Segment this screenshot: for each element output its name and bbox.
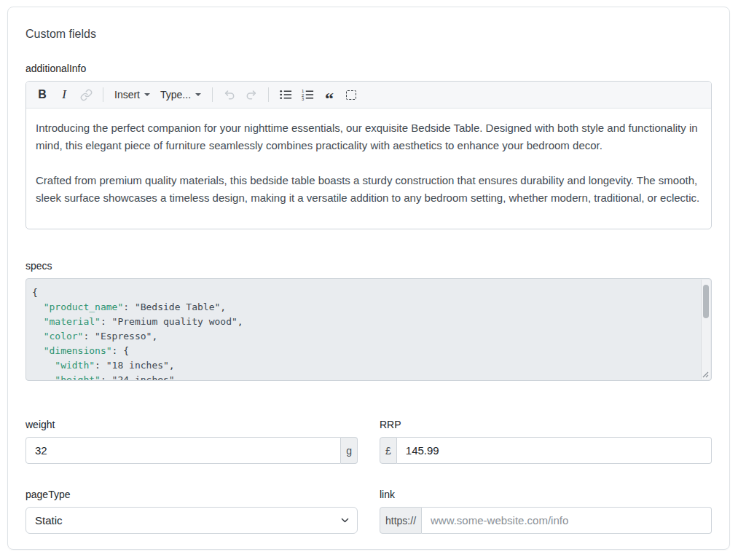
page-type-select[interactable]: Static xyxy=(25,507,358,534)
protocol-addon: https:// xyxy=(380,507,422,534)
undo-icon[interactable] xyxy=(219,84,240,105)
link-input[interactable] xyxy=(422,507,712,534)
bold-button[interactable]: B xyxy=(32,84,52,105)
currency-addon: £ xyxy=(380,437,397,464)
type-dropdown[interactable]: Type... xyxy=(156,84,205,105)
link-input-group: https:// xyxy=(380,507,712,534)
specs-code-editor[interactable]: { "product_name": "Bedside Table", "mate… xyxy=(25,278,712,381)
weight-input-group: g xyxy=(25,437,358,464)
weight-label: weight xyxy=(25,419,358,431)
pagetype-link-row: pageType Static link https:// xyxy=(25,489,712,534)
page-type-label: pageType xyxy=(25,489,358,501)
numbered-list-icon[interactable]: 123 xyxy=(297,84,318,105)
specs-field: specs { "product_name": "Bedside Table",… xyxy=(25,260,712,381)
page-type-field: pageType Static xyxy=(25,489,358,534)
specs-code: { "product_name": "Bedside Table", "mate… xyxy=(32,285,694,381)
weight-rrp-row: weight g RRP £ xyxy=(25,419,712,464)
show-blocks-icon[interactable] xyxy=(341,84,361,105)
link-label: link xyxy=(380,489,712,501)
svg-text:3: 3 xyxy=(302,97,304,101)
editor-toolbar: B I Insert Type... xyxy=(26,82,711,109)
redo-icon[interactable] xyxy=(241,84,262,105)
type-dropdown-label: Type... xyxy=(160,89,191,100)
blockquote-icon[interactable]: “ xyxy=(319,84,339,105)
vertical-scrollbar[interactable] xyxy=(701,280,710,379)
toolbar-divider xyxy=(103,87,103,102)
custom-fields-card: Custom fields additionalInfo B I Insert … xyxy=(7,7,730,550)
rich-text-editor: B I Insert Type... xyxy=(25,81,712,229)
link-field: link https:// xyxy=(380,489,712,534)
rrp-field: RRP £ xyxy=(380,419,712,464)
editor-paragraph: Crafted from premium quality materials, … xyxy=(36,172,702,207)
weight-unit-addon: g xyxy=(341,437,358,464)
card-title: Custom fields xyxy=(25,28,712,41)
specs-label: specs xyxy=(25,260,712,272)
bullet-list-icon[interactable] xyxy=(275,84,296,105)
link-icon[interactable] xyxy=(76,84,96,105)
rrp-input-group: £ xyxy=(380,437,712,464)
caret-down-icon xyxy=(144,93,150,96)
resize-handle-icon[interactable] xyxy=(701,370,709,378)
toolbar-divider xyxy=(268,87,269,102)
rrp-input[interactable] xyxy=(397,437,712,464)
rrp-label: RRP xyxy=(380,419,712,431)
italic-button[interactable]: I xyxy=(54,84,74,105)
weight-input[interactable] xyxy=(25,437,341,464)
insert-dropdown-label: Insert xyxy=(114,89,140,100)
scrollbar-thumb[interactable] xyxy=(703,285,709,318)
insert-dropdown[interactable]: Insert xyxy=(110,84,154,105)
additional-info-label: additionalInfo xyxy=(25,63,712,75)
dashed-square-shape xyxy=(346,90,356,100)
editor-paragraph: Introducing the perfect companion for yo… xyxy=(36,119,702,154)
editor-content[interactable]: Introducing the perfect companion for yo… xyxy=(26,109,711,229)
page-type-select-wrap: Static xyxy=(25,507,358,534)
toolbar-divider xyxy=(212,87,213,102)
caret-down-icon xyxy=(195,93,201,96)
weight-field: weight g xyxy=(25,419,358,464)
